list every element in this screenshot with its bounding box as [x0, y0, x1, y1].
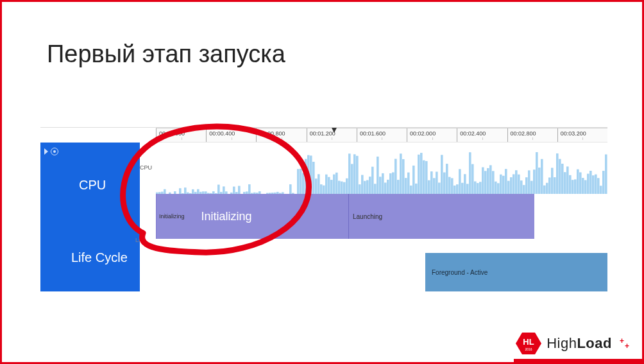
svg-rect-135 [528, 170, 530, 194]
svg-rect-101 [441, 155, 443, 194]
svg-rect-134 [525, 177, 528, 194]
ruler-tick: 00:00.800 [256, 128, 306, 142]
cpu-graph [156, 143, 607, 194]
svg-rect-151 [569, 175, 572, 194]
svg-rect-139 [538, 168, 541, 194]
svg-rect-26 [233, 187, 235, 194]
svg-rect-79 [384, 183, 387, 195]
svg-rect-64 [346, 178, 348, 194]
svg-rect-156 [582, 178, 584, 194]
svg-rect-123 [497, 183, 500, 194]
foreground-label: Foreground - Active [432, 269, 487, 276]
cpu-bars-svg [156, 143, 607, 194]
svg-rect-74 [371, 167, 374, 194]
svg-rect-102 [443, 173, 446, 195]
svg-rect-3 [164, 189, 166, 194]
tracks-sidebar: CPU Life Cycle [40, 143, 140, 291]
svg-rect-75 [374, 184, 377, 194]
initializing-label-small: Initializing [159, 213, 185, 220]
svg-rect-66 [351, 164, 353, 194]
svg-rect-165 [605, 155, 607, 195]
launching-block: Launching [348, 194, 534, 239]
svg-rect-55 [323, 186, 325, 194]
svg-rect-152 [572, 180, 574, 194]
lifecycle-track-title: Life Cycle [71, 250, 128, 265]
sidebar-controls [44, 148, 58, 155]
svg-rect-107 [456, 184, 459, 194]
ruler-tick: 00:02.400 [457, 128, 507, 142]
svg-rect-68 [356, 156, 359, 194]
ruler-tick: 00:02.000 [407, 128, 457, 142]
svg-rect-94 [423, 160, 425, 194]
svg-rect-136 [530, 181, 533, 194]
svg-rect-87 [405, 178, 407, 194]
svg-rect-126 [505, 169, 507, 194]
svg-rect-118 [484, 171, 487, 194]
svg-rect-82 [392, 172, 394, 194]
phase-row-initializing: Initializing Initializing Launching [140, 194, 607, 239]
svg-rect-28 [238, 186, 241, 195]
svg-rect-52 [315, 178, 318, 194]
svg-rect-76 [377, 157, 379, 194]
record-icon [51, 148, 58, 155]
svg-rect-80 [387, 180, 389, 194]
svg-rect-92 [418, 155, 420, 194]
svg-rect-96 [428, 180, 430, 194]
svg-rect-155 [579, 172, 582, 194]
svg-rect-121 [492, 171, 495, 194]
svg-rect-146 [556, 153, 559, 194]
svg-rect-99 [436, 172, 438, 195]
page-title: Первый этап запуска [47, 40, 285, 68]
ruler-tick: 00:00.000 [156, 128, 206, 142]
svg-rect-128 [510, 177, 513, 194]
foreground-block: Foreground - Active [425, 253, 607, 291]
svg-rect-23 [223, 186, 225, 194]
svg-rect-97 [430, 171, 433, 194]
svg-rect-59 [333, 175, 335, 194]
svg-rect-142 [546, 183, 548, 194]
svg-rect-49 [307, 155, 310, 194]
brand-load: Load [577, 335, 612, 351]
svg-rect-31 [248, 184, 251, 194]
svg-rect-149 [564, 172, 566, 194]
svg-rect-73 [369, 177, 371, 194]
svg-rect-105 [451, 178, 453, 195]
svg-rect-114 [474, 182, 477, 195]
ruler-tick: 00:03.200 [557, 128, 607, 142]
svg-rect-115 [477, 183, 479, 194]
svg-rect-45 [297, 169, 300, 194]
svg-rect-154 [577, 169, 579, 194]
time-ruler: 00:00.00000:00.40000:00.80000:01.20000:0… [156, 128, 607, 143]
slide: Первый этап запуска 00:00.00000:00.40000… [0, 0, 644, 364]
svg-rect-46 [300, 169, 302, 194]
svg-rect-130 [515, 170, 518, 194]
svg-rect-164 [602, 171, 605, 194]
svg-rect-145 [554, 177, 556, 194]
cpu-track-label: CPU [140, 164, 152, 171]
svg-rect-62 [341, 182, 343, 194]
svg-rect-125 [502, 176, 505, 194]
svg-rect-21 [217, 185, 220, 194]
ruler-tick: 00:01.600 [357, 128, 407, 142]
svg-rect-104 [448, 177, 451, 194]
svg-rect-54 [320, 184, 323, 194]
svg-rect-159 [589, 171, 592, 194]
svg-rect-71 [364, 181, 366, 194]
svg-rect-6 [179, 188, 182, 194]
svg-rect-108 [459, 169, 461, 194]
svg-rect-8 [184, 187, 187, 194]
svg-rect-84 [397, 180, 400, 194]
svg-rect-162 [597, 178, 600, 194]
svg-rect-83 [394, 159, 397, 194]
svg-rect-140 [541, 159, 543, 194]
svg-rect-117 [482, 168, 484, 195]
svg-rect-56 [325, 175, 328, 194]
svg-rect-70 [361, 175, 364, 195]
cpu-track-title: CPU [79, 178, 106, 193]
svg-rect-47 [302, 173, 305, 194]
phase-row-gap [140, 239, 607, 253]
svg-rect-57 [328, 177, 330, 194]
svg-rect-133 [523, 185, 525, 194]
brand-logo: HL 2016 HighLoad ++ [516, 333, 629, 354]
svg-rect-85 [400, 153, 402, 194]
